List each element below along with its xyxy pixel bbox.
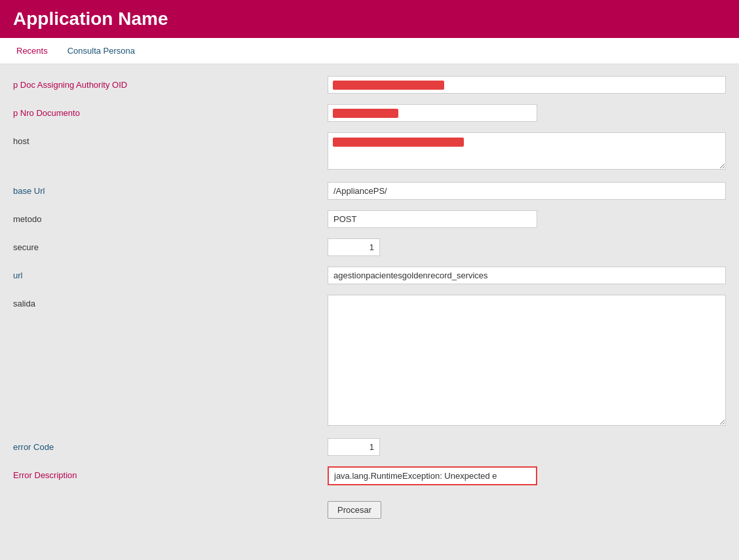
input-host[interactable]	[328, 132, 726, 170]
field-row-metodo: metodo	[0, 205, 739, 233]
label-salida: salida	[13, 295, 328, 308]
field-row-secure: secure	[0, 233, 739, 261]
input-container-secure	[328, 238, 726, 256]
nav-consulta-persona[interactable]: Consulta Persona	[58, 39, 145, 62]
field-row-p-doc-assigning: p Doc Assigning Authority OID	[0, 71, 739, 99]
input-container-host	[328, 132, 726, 172]
app-title: Application Name	[13, 9, 168, 29]
input-container-p-doc-assigning	[328, 76, 726, 94]
label-p-doc-assigning: p Doc Assigning Authority OID	[13, 76, 328, 90]
field-row-host: host	[0, 127, 739, 177]
input-container-salida	[328, 295, 726, 428]
input-container-url	[328, 267, 726, 284]
input-container-metodo	[328, 210, 726, 228]
input-container-p-nro-documento	[328, 104, 726, 122]
form-actions: Procesar	[0, 496, 739, 524]
label-secure: secure	[13, 238, 328, 252]
input-metodo[interactable]	[328, 210, 537, 228]
input-base-url[interactable]	[328, 182, 726, 200]
label-metodo: metodo	[13, 210, 328, 224]
field-row-salida: salida	[0, 289, 739, 433]
procesar-button[interactable]: Procesar	[328, 501, 381, 519]
nav-bar: Recents Consulta Persona	[0, 38, 739, 64]
input-url[interactable]	[328, 267, 726, 284]
field-row-error-code: error Code	[0, 433, 739, 461]
label-base-url: base Url	[13, 182, 328, 196]
label-error-description: Error Description	[13, 466, 328, 480]
nav-recents[interactable]: Recents	[7, 39, 58, 62]
field-row-error-description: Error Description	[0, 461, 739, 491]
field-row-base-url: base Url	[0, 177, 739, 205]
input-secure[interactable]	[328, 238, 380, 256]
app-header: Application Name	[0, 0, 739, 38]
input-container-error-code	[328, 438, 726, 456]
label-host: host	[13, 132, 328, 146]
submit-container: Procesar	[328, 501, 381, 519]
input-container-error-description	[328, 466, 726, 485]
input-salida[interactable]	[328, 295, 726, 426]
label-p-nro-documento: p Nro Documento	[13, 104, 328, 118]
label-error-code: error Code	[13, 438, 328, 452]
input-error-description[interactable]	[328, 466, 537, 485]
form-content: p Doc Assigning Authority OID p Nro Docu…	[0, 64, 739, 531]
input-error-code[interactable]	[328, 438, 380, 456]
input-p-doc-assigning[interactable]	[328, 76, 726, 94]
input-p-nro-documento[interactable]	[328, 104, 537, 122]
input-container-base-url	[328, 182, 726, 200]
label-url: url	[13, 267, 328, 280]
field-row-url: url	[0, 261, 739, 289]
field-row-p-nro-documento: p Nro Documento	[0, 99, 739, 127]
